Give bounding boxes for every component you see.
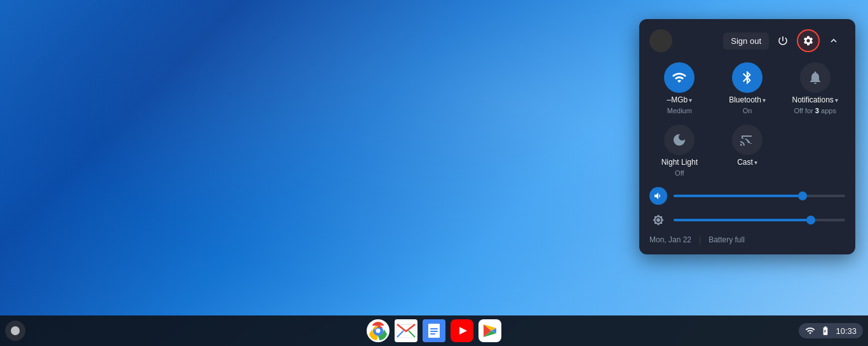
svg-point-4 xyxy=(376,329,381,333)
bluetooth-tile-icon xyxy=(732,62,763,93)
wifi-tile-label: –MGb ▾ xyxy=(667,95,692,104)
nightlight-tile[interactable]: Night Light Off xyxy=(649,125,710,177)
volume-slider-track[interactable] xyxy=(674,195,845,197)
youtube-app[interactable] xyxy=(449,318,475,343)
notifications-chevron-icon: ▾ xyxy=(835,97,838,104)
svg-rect-9 xyxy=(430,328,438,329)
tray-battery-icon xyxy=(820,326,831,336)
notifications-tile-sublabel: Off for 3 apps xyxy=(794,107,836,114)
cast-tile-label: Cast ▾ xyxy=(737,158,757,167)
collapse-button[interactable] xyxy=(822,29,845,52)
nightlight-tile-sublabel: Off xyxy=(675,169,684,177)
playstore-icon xyxy=(478,319,501,342)
volume-slider-thumb[interactable] xyxy=(798,191,807,200)
volume-slider-fill xyxy=(674,195,803,197)
tray-time: 10:33 xyxy=(836,326,857,336)
youtube-icon xyxy=(451,319,473,342)
notifications-tile-icon xyxy=(800,62,831,93)
taskbar: 10:33 xyxy=(0,315,868,346)
bluetooth-icon xyxy=(740,70,755,85)
cast-tile-icon xyxy=(732,125,763,155)
gmail-app[interactable] xyxy=(393,318,419,343)
wifi-tile-icon xyxy=(664,62,695,93)
panel-footer: Mon, Jan 22 | Battery full xyxy=(649,235,845,244)
avatar xyxy=(649,29,672,52)
notifications-tile-label: Notifications ▾ xyxy=(792,95,837,104)
brightness-slider-icon xyxy=(649,211,667,229)
settings-button[interactable] xyxy=(797,29,820,52)
tiles-row-2: Night Light Off Cast ▾ xyxy=(649,125,845,177)
brightness-slider-row xyxy=(649,211,845,229)
taskbar-apps xyxy=(365,318,503,343)
volume-slider-row xyxy=(649,187,845,205)
power-icon xyxy=(777,35,789,46)
wifi-chevron-icon: ▾ xyxy=(689,97,692,104)
wifi-icon xyxy=(672,70,687,85)
volume-icon xyxy=(653,191,663,201)
battery-label: Battery full xyxy=(709,235,745,244)
docs-app[interactable] xyxy=(421,318,447,343)
launcher-button[interactable] xyxy=(5,321,25,341)
notifications-off-icon xyxy=(808,70,823,85)
taskbar-right: 10:33 xyxy=(799,323,863,338)
nightlight-tile-label: Night Light xyxy=(661,158,698,167)
notifications-count: 3 xyxy=(815,107,819,114)
wifi-tile[interactable]: –MGb ▾ Medium xyxy=(649,62,710,114)
nightlight-icon xyxy=(672,132,687,148)
playstore-app[interactable] xyxy=(477,318,503,343)
chrome-icon xyxy=(367,319,390,342)
chevron-up-icon xyxy=(828,35,839,46)
desktop: Sign out xyxy=(0,0,868,346)
brightness-slider-fill xyxy=(674,219,811,221)
bluetooth-chevron-icon: ▾ xyxy=(763,97,766,104)
brightness-icon xyxy=(653,214,664,226)
docs-icon xyxy=(423,319,445,342)
panel-header: Sign out xyxy=(649,29,845,52)
taskbar-left xyxy=(5,321,25,341)
gmail-icon xyxy=(395,319,417,342)
date-label: Mon, Jan 22 xyxy=(649,235,691,244)
sign-out-button[interactable]: Sign out xyxy=(723,32,769,50)
bluetooth-tile[interactable]: Bluetooth ▾ On xyxy=(717,62,778,114)
chrome-app[interactable] xyxy=(365,318,391,343)
cast-tile[interactable]: Cast ▾ xyxy=(717,125,778,177)
wifi-tile-sublabel: Medium xyxy=(667,107,692,114)
svg-rect-11 xyxy=(430,333,435,335)
power-button[interactable] xyxy=(771,29,794,52)
brightness-slider-track[interactable] xyxy=(674,219,845,221)
footer-separator: | xyxy=(699,235,701,244)
brightness-slider-thumb[interactable] xyxy=(806,216,815,225)
bluetooth-tile-sublabel: On xyxy=(743,107,752,114)
system-tray[interactable]: 10:33 xyxy=(799,323,863,338)
cast-chevron-icon: ▾ xyxy=(754,159,757,166)
cast-icon xyxy=(740,132,755,148)
gear-icon xyxy=(803,35,814,46)
volume-slider-icon xyxy=(649,187,667,205)
bluetooth-tile-label: Bluetooth ▾ xyxy=(729,95,766,104)
tray-wifi-icon xyxy=(805,326,815,336)
svg-rect-10 xyxy=(430,331,438,332)
quick-settings-panel: Sign out xyxy=(639,19,855,254)
notifications-tile[interactable]: Notifications ▾ Off for 3 apps xyxy=(785,62,845,114)
panel-header-controls: Sign out xyxy=(723,29,845,52)
nightlight-tile-icon xyxy=(664,125,695,155)
tiles-row-1: –MGb ▾ Medium Bluetooth ▾ On xyxy=(649,62,845,114)
